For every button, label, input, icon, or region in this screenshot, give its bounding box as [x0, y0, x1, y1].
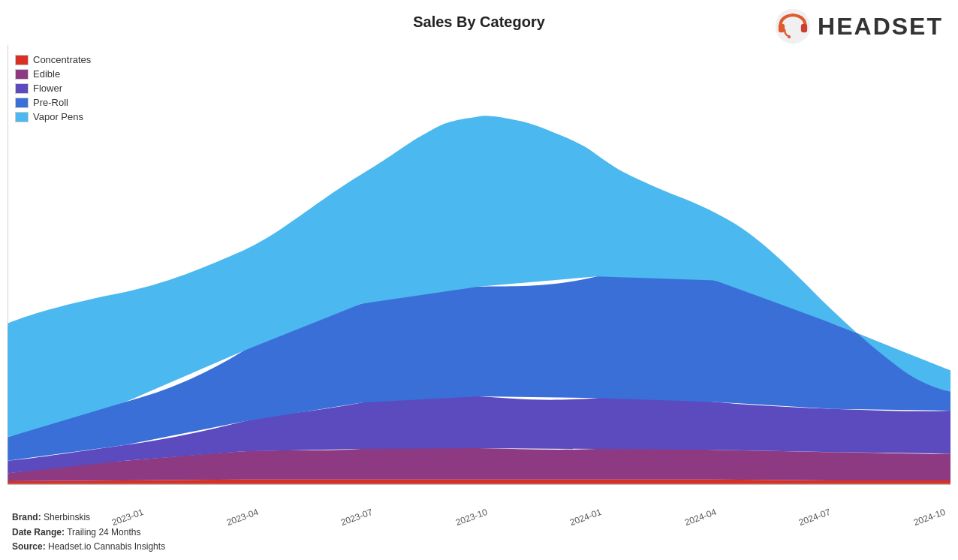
legend-label-preroll: Pre-Roll [33, 97, 68, 108]
x-axis-labels: 2023-01 2023-04 2023-07 2023-10 2024-01 … [30, 512, 946, 522]
chart-area [8, 45, 950, 500]
legend-item-vaporpens: Vapor Pens [15, 111, 91, 122]
headset-logo-icon [774, 8, 812, 45]
footer-info: Brand: Sherbinskis Date Range: Trailing … [12, 510, 165, 554]
legend-swatch-edible [15, 69, 29, 80]
footer-brand: Brand: Sherbinskis [12, 510, 165, 525]
legend-swatch-preroll [15, 98, 29, 108]
footer-date-value: Trailing 24 Months [67, 527, 140, 537]
page-container: HEADSET Sales By Category Concentrates E… [0, 0, 958, 560]
legend-item-edible: Edible [15, 68, 91, 80]
footer-source-value: Headset.io Cannabis Insights [48, 541, 165, 552]
legend-swatch-concentrates [15, 55, 29, 65]
legend-label-edible: Edible [33, 68, 60, 80]
concentrates-area [8, 480, 950, 484]
x-label-4: 2023-10 [454, 507, 489, 528]
footer-brand-label: Brand: [12, 512, 41, 522]
legend-swatch-flower [15, 83, 29, 94]
header-logo: HEADSET [774, 8, 943, 45]
area-chart-svg [8, 45, 950, 500]
footer-daterange: Date Range: Trailing 24 Months [12, 525, 165, 540]
x-label-6: 2024-04 [683, 507, 718, 528]
x-label-8: 2024-10 [912, 507, 947, 528]
legend-item-flower: Flower [15, 83, 91, 94]
legend-label-vaporpens: Vapor Pens [33, 111, 83, 122]
x-label-2: 2023-04 [225, 507, 260, 528]
footer-date-label: Date Range: [12, 527, 65, 537]
chart-legend: Concentrates Edible Flower Pre-Roll Vapo… [15, 54, 91, 122]
legend-label-flower: Flower [33, 83, 62, 94]
svg-point-3 [788, 35, 791, 38]
legend-swatch-vaporpens [15, 112, 29, 122]
svg-rect-2 [801, 24, 807, 33]
legend-label-concentrates: Concentrates [33, 54, 91, 65]
x-label-7: 2024-07 [797, 507, 832, 528]
legend-item-preroll: Pre-Roll [15, 97, 91, 108]
footer-source-label: Source: [12, 541, 46, 552]
x-label-3: 2023-07 [339, 507, 374, 528]
svg-rect-1 [779, 24, 785, 33]
footer-source: Source: Headset.io Cannabis Insights [12, 540, 165, 554]
logo-text: HEADSET [818, 13, 943, 41]
x-label-5: 2024-01 [568, 507, 603, 528]
legend-item-concentrates: Concentrates [15, 54, 91, 65]
footer-brand-value: Sherbinskis [44, 512, 90, 522]
